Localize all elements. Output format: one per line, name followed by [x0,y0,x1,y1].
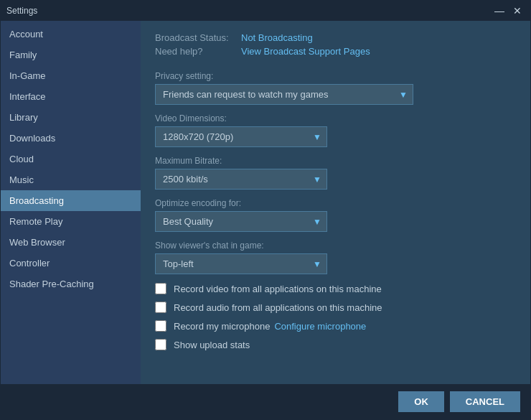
sidebar-item-cloud[interactable]: Cloud [1,149,141,169]
broadcast-support-link[interactable]: View Broadcast Support Pages [241,46,370,57]
broadcast-status-value[interactable]: Not Broadcasting [241,32,313,43]
broadcast-status-label: Broadcast Status: [155,32,241,43]
optimize-section: Optimize encoding for: Best QualityBest … [155,198,516,232]
checkbox-label-record-video: Record video from all applications on th… [174,284,382,294]
sidebar-item-family[interactable]: Family [1,45,141,65]
main-content: Broadcast Status: Not Broadcasting Need … [141,21,530,384]
privacy-section: Privacy setting: Friends can request to … [155,71,516,105]
checkbox-record-video[interactable] [155,283,166,294]
checkbox-record-audio[interactable] [155,302,166,313]
need-help-label: Need help? [155,46,241,57]
checkboxes-area: Record video from all applications on th… [155,283,516,350]
chat-dropdown[interactable]: Top-leftTop-rightBottom-leftBottom-right… [155,253,327,274]
title-bar: Settings — ✕ [1,1,530,21]
sidebar-item-library[interactable]: Library [1,107,141,128]
max-bitrate-label: Maximum Bitrate: [155,156,516,166]
optimize-dropdown-wrapper: Best QualityBest Performance ▼ [155,211,327,232]
max-bitrate-dropdown-wrapper: 2500 kbit/s3000 kbit/s5000 kbit/s ▼ [155,169,327,190]
configure-microphone[interactable]: Configure microphone [274,321,366,332]
broadcast-status-row: Broadcast Status: Not Broadcasting [155,32,516,43]
video-dimensions-label: Video Dimensions: [155,113,516,123]
ok-button[interactable]: OK [398,391,444,412]
broadcast-header: Broadcast Status: Not Broadcasting Need … [155,32,516,60]
sidebar-item-downloads[interactable]: Downloads [1,128,141,149]
optimize-dropdown[interactable]: Best QualityBest Performance [155,211,327,232]
minimize-button[interactable]: — [492,5,507,17]
settings-window: Settings — ✕ AccountFamilyIn-GameInterfa… [0,0,531,420]
sidebar-item-web-browser[interactable]: Web Browser [1,232,141,253]
chat-section: Show viewer's chat in game: Top-leftTop-… [155,241,516,274]
chat-label: Show viewer's chat in game: [155,241,516,251]
video-dimensions-dropdown[interactable]: 1280x720 (720p)1920x1080 (1080p)852x480 … [155,126,327,147]
footer: OK CANCEL [1,384,530,419]
optimize-label: Optimize encoding for: [155,198,516,208]
max-bitrate-dropdown[interactable]: 2500 kbit/s3000 kbit/s5000 kbit/s [155,169,327,190]
main-layout: AccountFamilyIn-GameInterfaceLibraryDown… [1,21,530,384]
checkbox-row-record-mic: Record my microphoneConfigure microphone [155,320,516,332]
sidebar: AccountFamilyIn-GameInterfaceLibraryDown… [1,21,141,384]
checkbox-record-mic[interactable] [155,320,166,332]
checkbox-show-upload[interactable] [155,339,166,350]
checkbox-row-record-video: Record video from all applications on th… [155,283,516,294]
video-dimensions-dropdown-wrapper: 1280x720 (720p)1920x1080 (1080p)852x480 … [155,126,327,147]
sidebar-item-interface[interactable]: Interface [1,86,141,107]
window-title: Settings [6,6,37,16]
cancel-button[interactable]: CANCEL [450,391,520,412]
sidebar-item-music[interactable]: Music [1,169,141,190]
close-button[interactable]: ✕ [510,5,525,17]
sidebar-item-account[interactable]: Account [1,24,141,45]
sidebar-item-shader-pre-caching[interactable]: Shader Pre-Caching [1,274,141,294]
privacy-label: Privacy setting: [155,71,516,81]
checkbox-label-show-upload: Show upload stats [174,340,250,350]
privacy-dropdown[interactable]: Friends can request to watch my gamesAlw… [155,84,413,105]
sidebar-item-controller[interactable]: Controller [1,253,141,274]
checkbox-row-show-upload: Show upload stats [155,339,516,350]
sidebar-item-remote-play[interactable]: Remote Play [1,211,141,232]
privacy-dropdown-wrapper: Friends can request to watch my gamesAlw… [155,84,413,105]
title-bar-buttons: — ✕ [492,5,525,17]
max-bitrate-section: Maximum Bitrate: 2500 kbit/s3000 kbit/s5… [155,156,516,190]
sidebar-item-broadcasting[interactable]: Broadcasting [1,190,141,211]
checkbox-row-record-audio: Record audio from all applications on th… [155,302,516,313]
need-help-row: Need help? View Broadcast Support Pages [155,46,516,57]
chat-dropdown-wrapper: Top-leftTop-rightBottom-leftBottom-right… [155,253,327,274]
checkbox-label-record-mic: Record my microphone [174,321,270,332]
checkbox-label-record-audio: Record audio from all applications on th… [174,302,382,313]
video-dimensions-section: Video Dimensions: 1280x720 (720p)1920x10… [155,113,516,147]
sidebar-item-in-game[interactable]: In-Game [1,65,141,86]
